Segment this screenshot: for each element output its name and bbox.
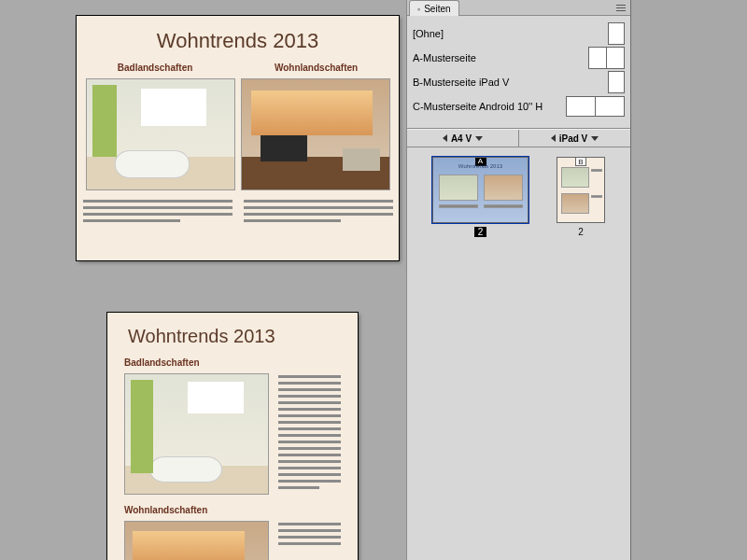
chevron-down-icon (475, 136, 483, 141)
master-thumb-icon (608, 71, 625, 93)
master-a[interactable]: A-Musterseite (413, 46, 625, 70)
master-thumb-icon (566, 96, 625, 117)
image-bath (124, 373, 269, 495)
pages-panel[interactable]: Seiten [Ohne] A-Musterseite B-Musterseit… (406, 0, 631, 560)
doc-title: Wohntrends 2013 (107, 313, 358, 353)
master-label: B-Musterseite iPad V (413, 77, 509, 88)
master-label: A-Musterseite (413, 52, 476, 63)
page-thumbnails: A Wohntrends 2013 2 B 2 (407, 147, 630, 246)
section-heading-bath: Badlandschaften (118, 63, 193, 73)
master-pages-list: [Ohne] A-Musterseite B-Musterseite iPad … (407, 16, 630, 129)
page-thumb-ipad[interactable]: B (557, 157, 605, 223)
image-living (241, 78, 390, 190)
master-none[interactable]: [Ohne] (413, 21, 625, 46)
section-heading-living: Wohnlandschaften (124, 505, 207, 515)
document-canvas[interactable]: Wohntrends 2013 Badlandschaften Wohnland… (0, 0, 406, 560)
page-thumb-a4[interactable]: A Wohntrends 2013 (432, 157, 529, 223)
layout-dropdown-left[interactable]: A4 V (407, 130, 519, 147)
doc-title: Wohntrends 2013 (77, 16, 399, 59)
master-badge: B (575, 157, 586, 166)
page-number: 2 (578, 227, 584, 237)
page-number[interactable]: 2 (474, 227, 487, 237)
chevron-left-icon (551, 134, 556, 142)
layout-label: A4 V (451, 133, 472, 144)
chevron-down-icon (591, 136, 599, 141)
master-thumb-icon (588, 47, 625, 69)
master-label: [Ohne] (413, 28, 444, 39)
panel-tabbar: Seiten (407, 0, 630, 16)
thumb-col-ipad: B 2 (557, 157, 605, 237)
master-c[interactable]: C-Musterseite Android 10'' H (413, 94, 625, 119)
body-text-placeholder (77, 200, 399, 226)
panel-menu-icon[interactable] (613, 0, 628, 15)
section-heading-living: Wohnlandschaften (275, 63, 358, 73)
right-dock (631, 0, 747, 560)
tab-seiten[interactable]: Seiten (409, 0, 459, 16)
body-text-placeholder (278, 521, 341, 560)
master-label: C-Musterseite Android 10'' H (413, 101, 543, 112)
image-bath (86, 78, 235, 190)
master-thumb-icon (608, 22, 625, 45)
layout-dropdown-right[interactable]: iPad V (519, 130, 630, 147)
thumb-col-a4: A Wohntrends 2013 2 (432, 157, 529, 237)
master-b[interactable]: B-Musterseite iPad V (413, 70, 625, 94)
image-living (124, 521, 269, 560)
section-heading-bath: Badlandschaften (124, 357, 200, 368)
page-ipad-portrait[interactable]: Wohntrends 2013 Badlandschaften (107, 313, 358, 560)
chevron-left-icon (443, 134, 447, 142)
layout-label: iPad V (559, 133, 588, 144)
layout-selector-bar: A4 V iPad V (407, 129, 630, 147)
page-a4-landscape[interactable]: Wohntrends 2013 Badlandschaften Wohnland… (77, 16, 399, 260)
body-text-placeholder (278, 373, 341, 495)
mini-title: Wohntrends 2013 (433, 163, 528, 169)
